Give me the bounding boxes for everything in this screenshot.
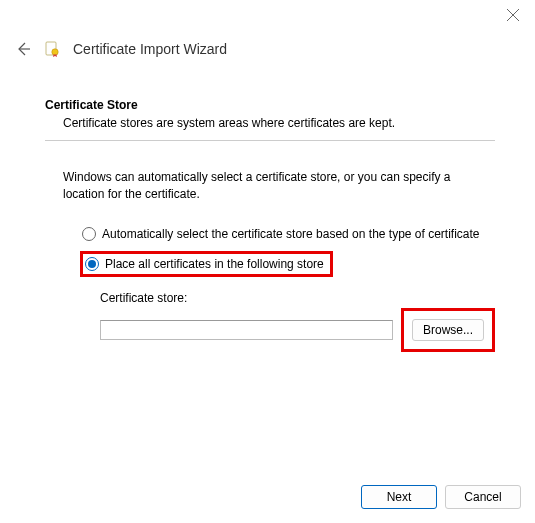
cancel-button[interactable]: Cancel <box>445 485 521 509</box>
section-description: Certificate stores are system areas wher… <box>63 116 495 130</box>
radio-manual-select[interactable]: Place all certificates in the following … <box>80 251 333 277</box>
section-title: Certificate Store <box>45 98 495 112</box>
certificate-shield-icon <box>43 40 61 58</box>
close-icon[interactable] <box>506 8 520 22</box>
certificate-store-input[interactable] <box>100 320 393 340</box>
radio-icon <box>82 227 96 241</box>
radio-auto-label: Automatically select the certificate sto… <box>102 227 480 241</box>
radio-auto-select[interactable]: Automatically select the certificate sto… <box>80 225 495 243</box>
svg-point-4 <box>52 49 58 55</box>
next-button[interactable]: Next <box>361 485 437 509</box>
divider <box>45 140 495 141</box>
store-label: Certificate store: <box>100 291 495 305</box>
browse-button[interactable]: Browse... <box>412 319 484 341</box>
wizard-title: Certificate Import Wizard <box>73 41 227 57</box>
instruction-text: Windows can automatically select a certi… <box>63 169 495 203</box>
radio-manual-label: Place all certificates in the following … <box>105 257 324 271</box>
radio-icon <box>85 257 99 271</box>
back-arrow-icon[interactable] <box>15 41 31 57</box>
